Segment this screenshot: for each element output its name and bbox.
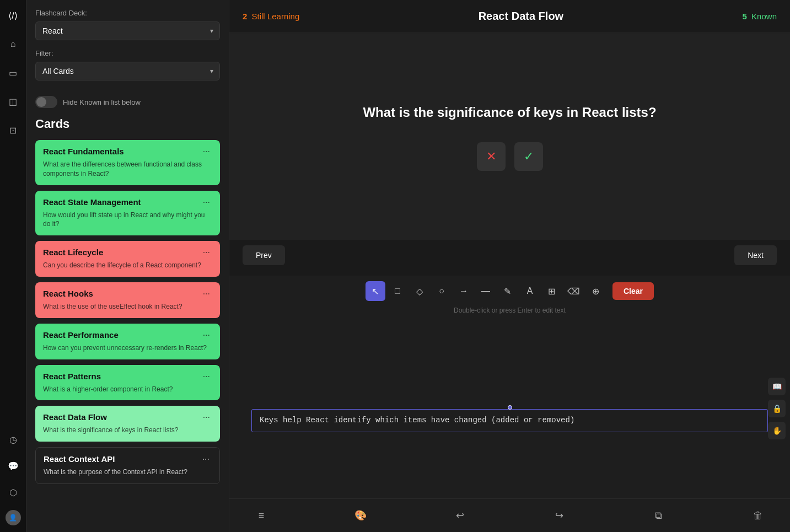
flashcard-question: What is the significance of keys in Reac… — [330, 105, 689, 120]
text-box-content[interactable]: Keys help React identify which items hav… — [260, 415, 760, 426]
pen-tool-button[interactable]: ✎ — [498, 281, 518, 301]
palette-button[interactable]: 🎨 — [351, 506, 370, 525]
nav-icon-layers[interactable]: ◫ — [4, 93, 22, 110]
card-menu-react-patterns[interactable]: ··· — [201, 372, 212, 381]
card-subtitle: What is the use of the useEffect hook in… — [43, 302, 212, 311]
known-status: 5 Known — [743, 12, 777, 21]
tool-hint: Double-click or press Enter to edit text — [229, 307, 790, 314]
arrow-tool-button[interactable]: → — [454, 281, 474, 301]
card-subtitle: What are the differences between functio… — [43, 160, 212, 179]
line-tool-button[interactable]: — — [476, 281, 496, 301]
card-menu-react-hooks[interactable]: ··· — [201, 289, 212, 299]
card-item-react-context-api[interactable]: React Context API ··· What is the purpos… — [35, 447, 220, 484]
card-menu-react-fundamentals[interactable]: ··· — [201, 147, 212, 157]
nav-buttons: Prev Next — [229, 240, 790, 271]
sidebar: Flashcard Deck: React ▾ Filter: All Card… — [26, 0, 229, 532]
main-content: 2 Still Learning React Data Flow 5 Known… — [229, 0, 790, 532]
image-tool-button[interactable]: ⊞ — [542, 281, 562, 301]
drawing-toolbar: ↖ □ ◇ ○ → — ✎ A ⊞ ⌫ ⊕ Clear — [229, 276, 790, 307]
top-bar: 2 Still Learning React Data Flow 5 Known — [229, 0, 790, 33]
flashcard-buttons: ✕ ✓ — [477, 142, 543, 171]
card-menu-react-performance[interactable]: ··· — [201, 330, 212, 340]
mark-correct-button[interactable]: ✓ — [514, 142, 543, 171]
card-title: React Data Flow — [43, 412, 107, 422]
nav-icon-monitor[interactable]: ▭ — [4, 64, 22, 82]
eraser-tool-button[interactable]: ⌫ — [564, 281, 584, 301]
text-tool-button[interactable]: A — [520, 281, 540, 301]
card-subtitle: Can you describe the lifecycle of a Reac… — [43, 261, 212, 270]
card-item-react-performance[interactable]: React Performance ··· How can you preven… — [35, 324, 220, 359]
drawing-area: ↖ □ ◇ ○ → — ✎ A ⊞ ⌫ ⊕ Clear Double-click… — [229, 276, 790, 532]
rectangle-tool-button[interactable]: □ — [388, 281, 407, 301]
card-subtitle: What is the significance of keys in Reac… — [43, 426, 212, 435]
toggle-label: Hide Known in list below — [63, 98, 141, 106]
filter-section: Filter: All Cards ▾ — [35, 49, 220, 89]
still-learning-label: Still Learning — [252, 12, 300, 21]
nav-icon-bookmark[interactable]: ⊡ — [4, 121, 22, 139]
filter-selector-wrapper: All Cards ▾ — [35, 62, 220, 80]
book-tool-button[interactable]: 📖 — [768, 378, 786, 395]
card-item-react-patterns[interactable]: React Patterns ··· What is a higher-orde… — [35, 365, 220, 401]
nav-icon-clock[interactable]: ◷ — [4, 431, 22, 448]
text-box-selected[interactable]: Keys help React identify which items hav… — [251, 409, 768, 432]
card-title: React Performance — [43, 330, 119, 340]
card-subtitle: How can you prevent unnecessary re-rende… — [43, 343, 212, 353]
card-item-react-hooks[interactable]: React Hooks ··· What is the use of the u… — [35, 282, 220, 318]
lock-tool-button[interactable]: 🔒 — [768, 400, 786, 417]
still-learning-count: 2 — [243, 12, 247, 21]
nav-icon-chat[interactable]: 💬 — [4, 457, 22, 475]
bottom-toolbar: ≡ 🎨 ↩ ↪ ⧉ 🗑 — [229, 498, 790, 532]
filter-label: Filter: — [35, 49, 220, 57]
card-subtitle: How would you lift state up in React and… — [43, 211, 212, 229]
diamond-tool-button[interactable]: ◇ — [410, 281, 429, 301]
flashcard-area: What is the significance of keys in Reac… — [229, 33, 790, 243]
card-title: React Hooks — [43, 289, 93, 298]
card-item-react-data-flow[interactable]: React Data Flow ··· What is the signific… — [35, 406, 220, 442]
trash-button[interactable]: 🗑 — [748, 506, 768, 525]
connect-tool-button[interactable]: ⊕ — [586, 281, 606, 301]
cards-list: React Fundamentals ··· What are the diff… — [35, 140, 220, 490]
clear-button[interactable]: Clear — [612, 282, 654, 300]
filter-selector[interactable]: All Cards — [35, 62, 220, 80]
next-button[interactable]: Next — [734, 245, 777, 265]
deck-title: React Data Flow — [479, 10, 563, 23]
card-title: React Patterns — [43, 372, 101, 381]
nav-icon-home[interactable]: ⌂ — [4, 35, 22, 53]
avatar[interactable]: 👤 — [6, 510, 21, 525]
menu-bottom-button[interactable]: ≡ — [251, 506, 271, 525]
drawing-canvas[interactable]: Keys help React identify which items hav… — [229, 319, 790, 498]
copy-button[interactable]: ⧉ — [649, 506, 669, 525]
prev-button[interactable]: Prev — [243, 245, 285, 265]
cards-section-title: Cards — [35, 117, 220, 131]
card-title: React Lifecycle — [43, 248, 103, 257]
right-sidebar-tools: 📖 🔒 ✋ — [764, 373, 790, 444]
known-label: Known — [751, 12, 777, 21]
card-item-react-state-management[interactable]: React State Management ··· How would you… — [35, 191, 220, 236]
card-title: React Fundamentals — [43, 147, 124, 156]
nav-icon-code[interactable]: ⟨/⟩ — [4, 7, 22, 24]
hide-known-toggle[interactable] — [35, 96, 57, 108]
card-subtitle: What is a higher-order component in Reac… — [43, 385, 212, 394]
card-item-react-fundamentals[interactable]: React Fundamentals ··· What are the diff… — [35, 140, 220, 185]
mark-wrong-button[interactable]: ✕ — [477, 142, 506, 171]
text-box-handle[interactable] — [508, 405, 512, 410]
card-title: React Context API — [44, 454, 115, 464]
deck-selector-wrapper: React ▾ — [35, 22, 220, 40]
card-menu-react-data-flow[interactable]: ··· — [201, 412, 212, 422]
card-menu-react-state-management[interactable]: ··· — [201, 197, 212, 207]
hand-tool-button[interactable]: ✋ — [768, 422, 786, 439]
nav-icon-discord[interactable]: ⬡ — [4, 483, 22, 501]
redo-button[interactable]: ↪ — [550, 506, 569, 525]
nav-bar: ⟨/⟩ ⌂ ▭ ◫ ⊡ ◷ 💬 ⬡ 👤 — [0, 0, 26, 532]
card-item-react-lifecycle[interactable]: React Lifecycle ··· Can you describe the… — [35, 241, 220, 277]
toggle-row: Hide Known in list below — [35, 96, 220, 108]
undo-button[interactable]: ↩ — [450, 506, 470, 525]
select-tool-button[interactable]: ↖ — [366, 281, 385, 301]
card-menu-react-lifecycle[interactable]: ··· — [201, 248, 212, 257]
still-learning-status: 2 Still Learning — [243, 12, 299, 21]
deck-selector[interactable]: React — [35, 22, 220, 40]
card-subtitle: What is the purpose of the Context API i… — [44, 467, 212, 477]
card-menu-react-context-api[interactable]: ··· — [200, 454, 212, 464]
circle-tool-button[interactable]: ○ — [432, 281, 452, 301]
card-title: React State Management — [43, 197, 141, 207]
